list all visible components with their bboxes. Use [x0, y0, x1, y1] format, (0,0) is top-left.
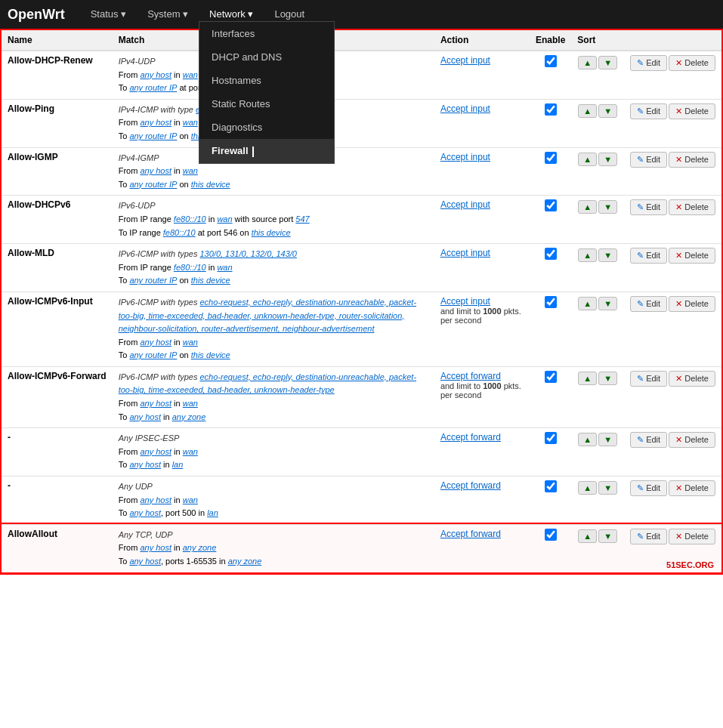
cell-match: Any UDPFrom any host in wanTo any host, …: [113, 477, 434, 525]
edit-button[interactable]: ✎ Edit: [630, 529, 667, 544]
cell-edit-delete: ✎ Edit✕ Delete: [624, 366, 721, 427]
sort-down-button[interactable]: ▼: [598, 248, 617, 262]
header-sort: Sort: [571, 30, 624, 51]
sort-up-button[interactable]: ▲: [578, 56, 597, 69]
sort-down-button[interactable]: ▼: [598, 433, 617, 446]
enable-checkbox[interactable]: [545, 480, 557, 492]
enable-checkbox[interactable]: [545, 371, 557, 383]
enable-checkbox[interactable]: [545, 152, 557, 164]
dropdown-firewall[interactable]: Firewall: [199, 139, 334, 163]
cell-match: IPv6-UDPFrom IP range fe80::/10 in wan w…: [113, 196, 434, 244]
delete-button[interactable]: ✕ Delete: [669, 371, 715, 387]
enable-checkbox[interactable]: [545, 103, 557, 116]
watermark: 51SEC.ORG: [666, 560, 714, 569]
match-line: Any IPSEC-ESP: [119, 432, 428, 446]
sort-up-button[interactable]: ▲: [578, 297, 597, 310]
delete-button[interactable]: ✕ Delete: [669, 529, 715, 544]
cell-sort: ▲▼: [571, 99, 624, 147]
brand[interactable]: OpenWrt: [8, 7, 65, 23]
match-line: From any host in wan: [119, 336, 428, 350]
sort-up-button[interactable]: ▲: [578, 529, 597, 543]
edit-button[interactable]: ✎ Edit: [630, 199, 667, 215]
cell-sort: ▲▼: [571, 477, 624, 525]
dropdown-dhcp-dns[interactable]: DHCP and DNS: [199, 45, 334, 69]
sort-up-button[interactable]: ▲: [578, 200, 597, 214]
delete-button[interactable]: ✕ Delete: [669, 432, 715, 448]
edit-button[interactable]: ✎ Edit: [630, 480, 667, 496]
cell-match: IPv6-ICMP with types echo-request, echo-…: [113, 366, 434, 427]
sort-down-button[interactable]: ▼: [598, 200, 617, 214]
header-enable: Enable: [530, 30, 571, 51]
sort-up-button[interactable]: ▲: [578, 372, 597, 385]
edit-button[interactable]: ✎ Edit: [630, 248, 667, 264]
header-name: Name: [2, 30, 113, 51]
delete-button[interactable]: ✕ Delete: [669, 480, 715, 496]
match-line: IPv6-UDP: [119, 199, 428, 213]
match-line: To any host in lan: [119, 458, 428, 472]
sort-up-button[interactable]: ▲: [578, 481, 597, 495]
delete-button[interactable]: ✕ Delete: [669, 248, 715, 264]
edit-button[interactable]: ✎ Edit: [630, 152, 667, 168]
cell-edit-delete: ✎ Edit✕ Delete: [624, 477, 721, 525]
dropdown-hostnames[interactable]: Hostnames: [199, 69, 334, 92]
cell-action: Accept forwardand limit to 1000 pkts. pe…: [434, 366, 530, 427]
sort-down-button[interactable]: ▼: [598, 56, 617, 69]
sort-down-button[interactable]: ▼: [598, 104, 617, 118]
sort-up-button[interactable]: ▲: [578, 104, 597, 118]
delete-button[interactable]: ✕ Delete: [669, 55, 715, 71]
enable-checkbox[interactable]: [545, 432, 557, 444]
edit-button[interactable]: ✎ Edit: [630, 103, 667, 119]
edit-button[interactable]: ✎ Edit: [630, 296, 667, 312]
match-line: Any TCP, UDP: [119, 529, 428, 542]
action-limit: and limit to 1000 pkts. per second: [440, 381, 524, 399]
enable-checkbox[interactable]: [545, 296, 557, 308]
sort-down-button[interactable]: ▼: [598, 481, 617, 495]
match-line: To IP range fe80::/10 at port 546 on thi…: [119, 227, 428, 240]
sort-down-button[interactable]: ▼: [598, 297, 617, 310]
sort-up-button[interactable]: ▲: [578, 433, 597, 446]
action-limit: and limit to 1000 pkts. per second: [440, 307, 524, 325]
enable-checkbox[interactable]: [545, 55, 557, 67]
edit-button[interactable]: ✎ Edit: [630, 371, 667, 387]
enable-checkbox[interactable]: [545, 529, 557, 541]
cell-edit-delete: ✎ Edit✕ Delete: [624, 99, 721, 147]
sort-down-button[interactable]: ▼: [598, 529, 617, 543]
match-line: From IP range fe80::/10 in wan: [119, 261, 428, 275]
cell-name: Allow-Ping: [2, 99, 113, 147]
cell-sort: ▲▼: [571, 244, 624, 292]
nav-network[interactable]: Network ▾ Interfaces DHCP and DNS Hostna…: [199, 0, 264, 36]
cell-match: IPv6-ICMP with types echo-request, echo-…: [113, 292, 434, 366]
dropdown-static-routes[interactable]: Static Routes: [199, 92, 334, 116]
sort-up-button[interactable]: ▲: [578, 248, 597, 262]
delete-button[interactable]: ✕ Delete: [669, 199, 715, 215]
cell-enable: [530, 366, 571, 427]
cell-name: -: [2, 477, 113, 525]
match-line: Any UDP: [119, 480, 428, 494]
delete-button[interactable]: ✕ Delete: [669, 152, 715, 168]
sort-down-button[interactable]: ▼: [598, 372, 617, 385]
table-row: Allow-ICMPv6-ForwardIPv6-ICMP with types…: [2, 366, 721, 427]
cell-name: Allow-ICMPv6-Input: [2, 292, 113, 366]
dropdown-diagnostics[interactable]: Diagnostics: [199, 116, 334, 139]
enable-checkbox[interactable]: [545, 248, 557, 260]
match-line: IPv6-ICMP with types echo-request, echo-…: [119, 296, 428, 336]
dropdown-interfaces[interactable]: Interfaces: [199, 22, 334, 45]
cell-action: Accept input: [434, 244, 530, 292]
delete-button[interactable]: ✕ Delete: [669, 103, 715, 119]
edit-button[interactable]: ✎ Edit: [630, 55, 667, 71]
cell-name: Allow-DHCP-Renew: [2, 51, 113, 99]
edit-button[interactable]: ✎ Edit: [630, 432, 667, 448]
cell-sort: ▲▼: [571, 428, 624, 477]
cell-sort: ▲▼: [571, 524, 624, 572]
enable-checkbox[interactable]: [545, 199, 557, 211]
cell-edit-delete: ✎ Edit✕ Delete: [624, 292, 721, 366]
match-line: To any router IP on this device: [119, 178, 428, 192]
match-line: From any host in wan: [119, 494, 428, 507]
table-row: Allow-ICMPv6-InputIPv6-ICMP with types e…: [2, 292, 721, 366]
match-line: To any host in any zone: [119, 411, 428, 424]
table-row: -Any UDPFrom any host in wanTo any host,…: [2, 477, 721, 525]
sort-down-button[interactable]: ▼: [598, 153, 617, 166]
cell-action: Accept inputand limit to 1000 pkts. per …: [434, 292, 530, 366]
delete-button[interactable]: ✕ Delete: [669, 296, 715, 312]
sort-up-button[interactable]: ▲: [578, 153, 597, 166]
